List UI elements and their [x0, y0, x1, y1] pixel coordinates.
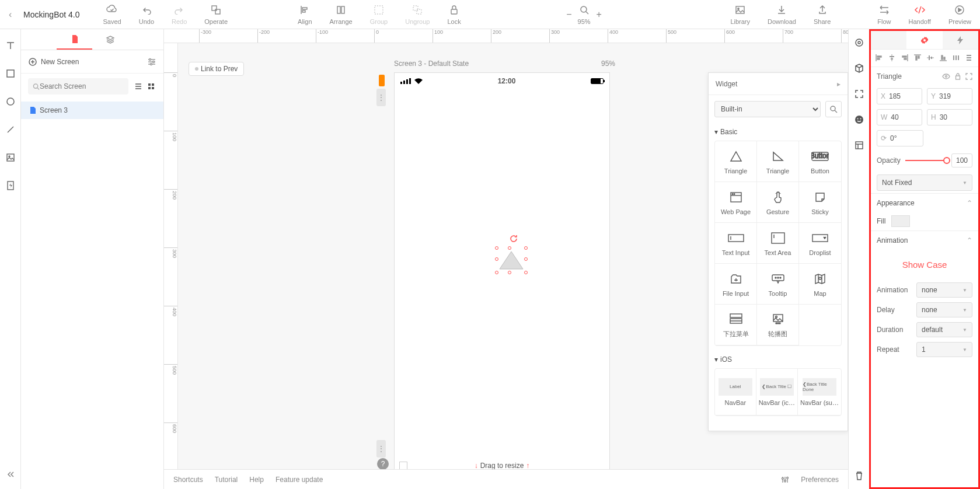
text-tool[interactable]	[5, 40, 16, 51]
drag-to-resize-label[interactable]: ↓Drag to resize↑	[395, 462, 609, 469]
smiley-icon[interactable]	[853, 113, 866, 126]
x-input[interactable]: X	[877, 88, 922, 104]
link-to-prev-button[interactable]: Link to Prev	[189, 62, 244, 76]
image-tool[interactable]	[5, 152, 16, 163]
rotation-input[interactable]: ⟳	[877, 130, 923, 146]
inspector-tab-actions[interactable]	[943, 31, 978, 49]
basic-section-toggle[interactable]: ▾Basic	[714, 123, 842, 141]
vertical-guide-tab[interactable]: ⋮	[376, 89, 386, 106]
opacity-slider[interactable]	[905, 160, 947, 161]
widget-轮播图[interactable]: 轮播图	[757, 305, 799, 345]
widget-file-input[interactable]: File Input	[715, 264, 757, 305]
tutorial-link[interactable]: Tutorial	[215, 476, 238, 484]
align-button[interactable]: Align	[298, 4, 312, 25]
undo-button[interactable]: Undo	[139, 4, 154, 25]
device-frame[interactable]: 12:00	[394, 72, 610, 469]
align-left-icon[interactable]	[875, 54, 884, 63]
collapse-rail-button[interactable]	[5, 469, 16, 480]
saved-button[interactable]: Saved	[103, 4, 121, 25]
vertical-guide-handle[interactable]	[379, 75, 385, 86]
zoom-button[interactable]: 95%	[578, 4, 591, 25]
widget-droplist[interactable]: Droplist	[799, 223, 841, 264]
group-button[interactable]: Group	[370, 4, 388, 25]
widget-ios-navbar-1[interactable]: ❮Back Title ☐NavBar (ic…	[756, 369, 798, 415]
expand-icon[interactable]	[853, 88, 866, 100]
grid-view-button[interactable]	[146, 81, 156, 92]
align-center-h-icon[interactable]	[888, 54, 897, 63]
rectangle-tool[interactable]	[5, 68, 16, 79]
vertical-guide-tab-bottom[interactable]: ⋮	[376, 440, 386, 457]
flow-button[interactable]: Flow	[877, 4, 891, 25]
inspector-tab-1[interactable]	[871, 31, 906, 49]
layout-icon[interactable]	[853, 139, 866, 152]
widget-ios-navbar-0[interactable]: LabelNavBar	[715, 369, 756, 415]
help-link[interactable]: Help	[249, 476, 264, 484]
fill-swatch[interactable]	[891, 215, 910, 227]
animation-section[interactable]: Animation⌃	[871, 230, 978, 249]
align-center-v-icon[interactable]	[926, 54, 936, 63]
shortcuts-link[interactable]: Shortcuts	[173, 476, 203, 484]
fixed-select[interactable]: Not Fixed▼	[877, 174, 972, 191]
screen-search-input[interactable]	[28, 78, 128, 95]
align-top-icon[interactable]	[913, 54, 923, 63]
redo-button[interactable]: Redo	[172, 4, 187, 25]
settings-icon[interactable]	[147, 58, 156, 66]
back-button[interactable]: ‹	[9, 9, 20, 20]
canvas-stage[interactable]: Link to Prev Screen 3 - Default State 95…	[178, 43, 848, 469]
handoff-button[interactable]: Handoff	[909, 4, 931, 25]
widget-search-button[interactable]	[825, 101, 842, 117]
widget-button[interactable]: ButtonButton	[799, 141, 841, 182]
library-button[interactable]: Library	[730, 4, 750, 25]
align-bottom-icon[interactable]	[939, 54, 948, 63]
expand-icon[interactable]	[965, 73, 972, 80]
widget-source-select[interactable]: Built-in	[714, 101, 821, 117]
screen-item[interactable]: Screen 3	[21, 102, 163, 119]
preview-button[interactable]: Preview	[948, 4, 971, 25]
feature-update-link[interactable]: Feature update	[275, 476, 323, 484]
opacity-value[interactable]: 100	[951, 153, 972, 167]
appearance-section[interactable]: Appearance⌃	[871, 193, 978, 212]
zoom-out-button[interactable]: −	[566, 9, 571, 20]
cube-icon[interactable]	[853, 62, 866, 75]
line-tool[interactable]	[5, 124, 16, 135]
new-screen-button[interactable]: New Screen	[21, 50, 163, 74]
eye-icon[interactable]	[942, 73, 950, 80]
widget-下拉菜单[interactable]: 下拉菜单	[715, 305, 757, 345]
lightning-tool[interactable]	[5, 180, 16, 191]
share-button[interactable]: Share	[814, 4, 831, 25]
zoom-in-button[interactable]: +	[597, 9, 602, 20]
widget-text-area[interactable]: Text Area	[757, 223, 799, 264]
widget-gesture[interactable]: Gesture	[757, 182, 799, 223]
layers-tab[interactable]	[92, 29, 128, 50]
widget-tooltip[interactable]: Tooltip	[757, 264, 799, 305]
arrange-button[interactable]: Arrange	[330, 4, 353, 25]
animation-select[interactable]: none▼	[916, 282, 972, 298]
distribute-h-icon[interactable]	[952, 54, 961, 63]
lock-icon[interactable]	[955, 73, 961, 80]
selected-triangle-widget[interactable]	[497, 248, 526, 273]
repeat-select[interactable]: 1▼	[916, 342, 972, 357]
circle-tool[interactable]	[5, 96, 16, 107]
align-right-icon[interactable]	[901, 54, 910, 63]
ios-section-toggle[interactable]: ▾iOS	[714, 351, 842, 368]
y-input[interactable]: Y	[927, 88, 972, 104]
widget-sticky[interactable]: Sticky	[799, 182, 841, 223]
target-icon[interactable]	[853, 36, 866, 49]
trash-icon[interactable]	[853, 469, 866, 482]
screens-tab[interactable]	[57, 29, 92, 50]
ungroup-button[interactable]: Ungroup	[405, 4, 430, 25]
widget-triangle[interactable]: Triangle	[757, 141, 799, 182]
inspector-tab-settings[interactable]	[906, 31, 942, 49]
w-input[interactable]: W	[877, 109, 922, 125]
operate-button[interactable]: Operate	[204, 4, 228, 25]
show-case-button[interactable]: Show Case	[871, 249, 978, 280]
widget-map[interactable]: Map	[799, 264, 841, 305]
preferences-link[interactable]: Preferences	[801, 476, 839, 484]
widget-text-input[interactable]: Text Input	[715, 223, 757, 264]
duration-select[interactable]: default▼	[916, 322, 972, 337]
lock-button[interactable]: Lock	[447, 4, 461, 25]
delay-select[interactable]: none▼	[916, 302, 972, 317]
ruler-vertical[interactable]: 0100200300400500600700	[164, 43, 178, 469]
help-button[interactable]: ?	[377, 458, 389, 469]
distribute-v-icon[interactable]	[965, 54, 974, 63]
